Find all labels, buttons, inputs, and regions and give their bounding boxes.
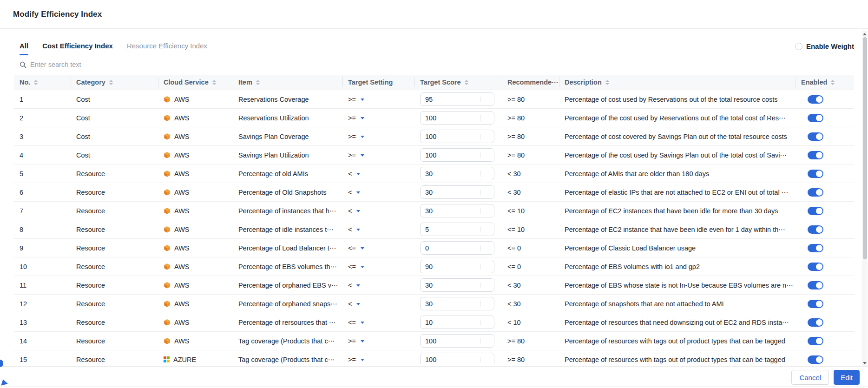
target-setting-cell: <= (342, 319, 414, 326)
target-score-input[interactable] (420, 167, 494, 180)
target-score-input[interactable] (420, 185, 494, 199)
target-score-input-box (420, 297, 494, 310)
column-header-no[interactable]: No. (14, 75, 71, 90)
enabled-toggle[interactable] (808, 355, 823, 364)
tabs: AllCost Efficiency IndexResource Efficie… (20, 41, 207, 55)
recommended-cell: >= 80 (502, 96, 559, 103)
tab-all[interactable]: All (20, 41, 28, 55)
target-score-input[interactable] (420, 278, 494, 292)
enabled-toggle[interactable] (808, 95, 823, 104)
column-header-cloud[interactable]: Cloud Service (158, 75, 233, 90)
description-cell: Percentage of the cost used by Savings P… (559, 151, 796, 159)
column-header-description[interactable]: Description (559, 75, 796, 90)
operator-select[interactable]: <= (348, 319, 364, 326)
enabled-toggle[interactable] (808, 263, 823, 271)
scroll-down-icon[interactable] (862, 360, 868, 366)
chevron-down-icon (361, 359, 364, 361)
operator-select[interactable]: >= (348, 151, 364, 159)
column-header-target_score[interactable]: Target Score (414, 75, 502, 90)
column-label: Description (565, 79, 602, 86)
enabled-toggle[interactable] (808, 300, 823, 308)
target-score-input[interactable] (420, 297, 494, 310)
enable-weight-radio-icon[interactable] (795, 43, 802, 50)
item-cell: Percentage of Load Balancer t⋯ (233, 244, 342, 252)
operator-select[interactable]: < (348, 189, 360, 196)
enabled-toggle[interactable] (808, 114, 823, 122)
tab-resource-efficiency-index[interactable]: Resource Efficiency Index (127, 41, 207, 55)
target-score-input[interactable] (420, 130, 494, 143)
category-cell: Cost (71, 96, 158, 103)
operator-select[interactable]: >= (348, 337, 364, 345)
target-score-input[interactable] (420, 316, 494, 329)
scroll-up-icon[interactable] (862, 31, 868, 37)
operator-select[interactable]: >= (348, 356, 364, 363)
operator-select[interactable]: < (348, 300, 360, 308)
operator-select[interactable]: >= (348, 114, 364, 122)
enabled-toggle[interactable] (808, 281, 823, 289)
operator-select[interactable]: < (348, 207, 360, 215)
enabled-toggle[interactable] (808, 225, 823, 234)
enabled-toggle[interactable] (808, 188, 823, 197)
target-setting-cell: >= (342, 96, 414, 103)
search-input[interactable] (30, 61, 197, 68)
operator-select[interactable]: < (348, 226, 360, 233)
operator-select[interactable]: <= (348, 244, 364, 252)
cloud-service-label: AWS (174, 337, 190, 345)
modal-bottom-edge (0, 387, 868, 387)
toggle-knob (816, 96, 822, 103)
tab-cost-efficiency-index[interactable]: Cost Efficiency Index (42, 41, 113, 55)
target-setting-cell: < (342, 207, 414, 215)
item-cell: Percentage of orphaned snaps⋯ (233, 300, 342, 308)
target-score-input[interactable] (420, 111, 494, 125)
scrollbar-track[interactable] (862, 37, 868, 360)
target-score-input[interactable] (420, 334, 494, 348)
edit-button[interactable]: Edit (834, 370, 860, 385)
enabled-toggle[interactable] (808, 207, 823, 215)
target-score-input[interactable] (420, 241, 494, 255)
item-cell: Percentage of old AMIs (233, 170, 342, 178)
target-score-input[interactable] (420, 148, 494, 162)
target-setting-cell: <= (342, 244, 414, 252)
target-score-input[interactable] (420, 260, 494, 273)
table-row: 7ResourceAWSPercentage of instances that… (14, 202, 854, 220)
category-cell: Resource (71, 282, 158, 289)
column-header-category[interactable]: Category (71, 75, 158, 90)
target-score-input[interactable] (420, 204, 494, 217)
operator-select[interactable]: < (348, 282, 360, 289)
target-score-cell (414, 111, 502, 125)
row-number-cell: 13 (14, 319, 71, 326)
enabled-toggle[interactable] (808, 132, 823, 141)
item-cell: Percentage of instances that h⋯ (233, 207, 342, 215)
column-header-target_setting: Target Setting (342, 75, 414, 90)
table-row: 4CostAWSSavings Plan Utilization>=>= 80P… (14, 146, 854, 164)
operator-select[interactable]: < (348, 170, 360, 178)
enabled-toggle[interactable] (808, 337, 823, 345)
enable-weight-control[interactable]: Enable Weight (795, 41, 854, 50)
target-score-input[interactable] (420, 223, 494, 236)
operator-select[interactable]: >= (348, 96, 364, 103)
row-number-cell: 14 (14, 337, 71, 345)
scrollbar-thumb[interactable] (863, 37, 867, 259)
column-header-item[interactable]: Item (233, 75, 342, 90)
chevron-down-icon (361, 154, 364, 157)
aws-cube-icon (164, 300, 171, 308)
enabled-toggle[interactable] (808, 318, 823, 327)
enabled-cell (796, 151, 854, 159)
enabled-toggle[interactable] (808, 244, 823, 252)
operator-select[interactable]: <= (348, 263, 364, 270)
operator-value: < (348, 207, 352, 215)
cancel-button[interactable]: Cancel (791, 370, 829, 385)
vertical-scrollbar[interactable] (862, 31, 868, 366)
cloud-service-cell: AWS (158, 96, 233, 103)
target-score-input[interactable] (420, 353, 494, 364)
enabled-cell (796, 300, 854, 308)
target-setting-cell: >= (342, 151, 414, 159)
target-score-input[interactable] (420, 92, 494, 106)
table-row: 13ResourceAWSPercentage of rersources th… (14, 313, 854, 332)
enabled-toggle[interactable] (808, 170, 823, 178)
column-header-enabled[interactable]: Enabled (796, 75, 854, 90)
table-row: 12ResourceAWSPercentage of orphaned snap… (14, 295, 854, 313)
operator-select[interactable]: >= (348, 133, 364, 140)
enabled-toggle[interactable] (808, 151, 823, 159)
cloud-service-label: AWS (174, 170, 190, 178)
